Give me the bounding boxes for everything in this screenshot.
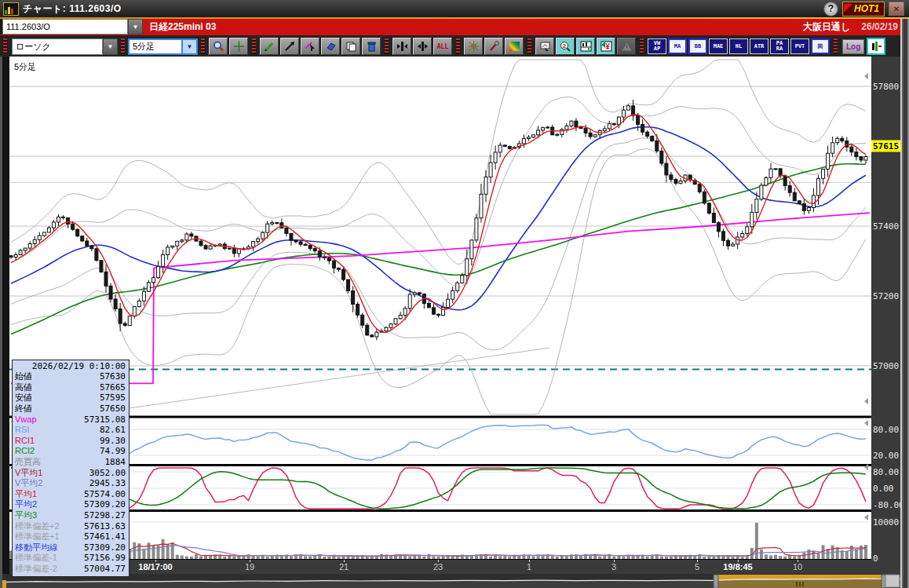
toolbar-grip[interactable] — [201, 38, 205, 54]
pane-marker-icon[interactable] — [864, 464, 868, 470]
tooltip-row: 標準偏差+2 57613.63 — [13, 520, 129, 531]
show-all-button[interactable]: ALL — [433, 38, 452, 55]
tooltip-row: 移動平均線 57309.20 — [13, 542, 129, 553]
axis-label: 80.00 — [873, 425, 899, 435]
axis-label: 20.00 — [873, 451, 899, 461]
axis-label: 19 — [245, 562, 254, 572]
bar-narrow-icon[interactable] — [392, 38, 411, 55]
tooltip-row: 高値 57665 — [13, 382, 129, 393]
chart-area: 5分足 2026/02/19 0:10:00 始値 57630 高値 57665… — [0, 57, 909, 588]
title-bar: チャート: 111.2603/O ? HOT1 ✕ — [0, 0, 909, 17]
axis-label: 19/8:45 — [723, 562, 752, 572]
bar-widen-icon[interactable] — [413, 38, 432, 55]
toolbar-grip[interactable] — [528, 38, 531, 54]
axis-label: 21 — [339, 562, 349, 572]
alert-icon[interactable] — [617, 38, 636, 55]
help-button[interactable]: ? — [823, 2, 838, 16]
indicator-toggle-button[interactable]: HL — [729, 38, 748, 54]
toolbar-grip[interactable] — [121, 38, 125, 54]
pane-marker-icon[interactable] — [864, 73, 868, 79]
symbol-select[interactable]: 111.2603/O — [2, 19, 128, 35]
window-left-border — [0, 57, 2, 588]
tooltip-row: 平均2 57309.20 — [13, 499, 129, 510]
tooltip-row: 安値 57595 — [13, 393, 129, 404]
session-label: 大阪日通し — [803, 20, 850, 34]
color-gradient-icon[interactable] — [505, 38, 524, 55]
toolbar-grip[interactable] — [456, 38, 460, 54]
copy-icon[interactable] — [341, 38, 360, 55]
indicator-toggle-button[interactable]: PA RA — [770, 38, 789, 54]
chart-window: { "window": { "title": "チャート: 111.2603/O… — [0, 0, 909, 588]
instrument-name: 日経225mini 03 — [149, 20, 216, 34]
price-chart[interactable] — [9, 57, 871, 574]
tooltip-rows: 始値 57630 高値 57665 安値 57595 終値 57650 — [13, 371, 129, 574]
instrument-banner: 日経225mini 03 大阪日通し 26/02/19 — [143, 19, 909, 35]
trend-arrow-icon[interactable] — [280, 38, 299, 55]
axis-label: 57800 — [873, 82, 899, 92]
chart-type-select[interactable]: ローソク — [12, 38, 103, 55]
pane-marker-icon[interactable] — [864, 420, 868, 426]
toolbar-grip[interactable] — [834, 38, 838, 54]
pane-layout-icon[interactable] — [576, 38, 595, 55]
save-chart-icon[interactable] — [535, 38, 554, 55]
tooltip-row: 始値 57630 — [13, 371, 129, 382]
indicator-toggle-button[interactable]: VW AP — [648, 38, 666, 54]
compare-icon[interactable] — [867, 38, 885, 55]
select-arrow-icon[interactable] — [301, 38, 319, 55]
toolbar-grip[interactable] — [640, 38, 644, 54]
axis-label: 0 — [873, 553, 878, 564]
axis-label: 23 — [433, 562, 443, 572]
time-axis[interactable]: 18/17:00 19 21 23 — [9, 560, 871, 574]
tooltip-row: 標準偏差-1 57156.99 — [13, 553, 129, 564]
timeframe-pane-label: 5分足 — [14, 61, 36, 73]
svg-text:¥: ¥ — [605, 42, 610, 51]
hot1-flag-icon — [844, 4, 852, 13]
indicator-toggle-button[interactable]: MA — [668, 38, 687, 54]
toolbar: ローソク ▼ 5分足 ▼ ALL 2 ¥ — [0, 35, 909, 57]
tools-icon[interactable] — [484, 38, 503, 55]
history-navigator[interactable] — [0, 574, 900, 588]
log-scale-button[interactable]: Log — [842, 39, 864, 54]
grid-pattern-icon[interactable] — [464, 38, 483, 55]
indicator-toggle-button[interactable]: 回 — [811, 38, 830, 54]
zoom-icon[interactable] — [209, 38, 228, 55]
tooltip-row: 売買高 1884 — [13, 457, 129, 468]
trash-icon[interactable] — [362, 38, 381, 55]
pane-marker-icon[interactable] — [864, 398, 868, 404]
hot1-brand-logo: HOT1 — [842, 2, 885, 16]
tooltip-row: 標準偏差-2 57004.77 — [13, 564, 129, 575]
navigator-chart[interactable] — [0, 574, 900, 588]
crosshair-icon[interactable] — [229, 38, 248, 55]
axis-label: 57400 — [873, 221, 899, 232]
toolbar-grip[interactable] — [385, 38, 389, 54]
axis-label: 10 — [793, 562, 802, 572]
zoom-preset-icon[interactable]: 2 — [556, 38, 575, 55]
axis-label: 80.00 — [873, 467, 899, 477]
symbol-dropdown-arrow-icon[interactable]: ▼ — [128, 19, 143, 35]
pane-marker-icon[interactable] — [864, 514, 868, 520]
tooltip-row: RCI2 74.99 — [13, 446, 129, 457]
svg-text:2: 2 — [562, 42, 566, 49]
axis-label: 0.00 — [873, 484, 894, 494]
close-button[interactable]: ✕ — [889, 2, 904, 16]
timeframe-arrow-icon[interactable]: ▼ — [183, 38, 198, 55]
draw-pencil-icon[interactable] — [260, 38, 279, 55]
price-axis[interactable]: 5780057400572005700080.0020.0080.000.00-… — [871, 57, 900, 574]
indicator-toggle-button[interactable]: MAE — [709, 38, 728, 54]
eraser-icon[interactable] — [321, 38, 340, 55]
toolbar-grip[interactable] — [252, 38, 256, 54]
symbol-bar: 111.2603/O ▼ 日経225mini 03 大阪日通し 26/02/19 — [0, 19, 909, 35]
yen-revert-icon[interactable]: ¥ — [597, 38, 615, 55]
indicator-toggle-button[interactable]: PVT — [790, 38, 809, 54]
session-date: 26/02/19 — [861, 21, 898, 32]
chart-type-arrow-icon[interactable]: ▼ — [103, 38, 118, 55]
indicator-toggle-button[interactable]: ATR — [750, 38, 768, 54]
timeframe-select[interactable]: 5分足 — [128, 38, 183, 55]
window-right-border[interactable] — [900, 19, 909, 588]
tooltip-row: Vwap 57315.08 — [13, 414, 129, 425]
tooltip-timestamp: 2026/02/19 0:10:00 — [13, 360, 129, 371]
toolbar-grip[interactable] — [3, 38, 7, 54]
indicator-toggle-button[interactable]: BB — [688, 38, 707, 54]
tooltip-row: 終値 57650 — [13, 404, 129, 415]
axis-label: 57000 — [873, 361, 899, 371]
